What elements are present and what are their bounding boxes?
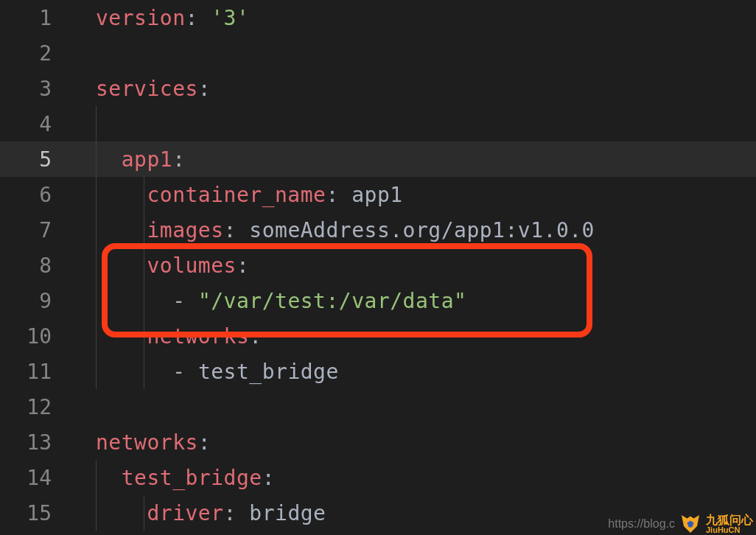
token — [96, 324, 147, 349]
code-line[interactable]: 14 test_bridge: — [0, 460, 756, 495]
token: version — [96, 6, 186, 30]
token — [96, 360, 172, 384]
code-line[interactable]: 1version: '3' — [0, 0, 756, 35]
token — [96, 466, 122, 490]
token — [96, 253, 147, 278]
code-content[interactable]: services: — [74, 71, 211, 106]
code-content[interactable]: images: someAddress.org/app1:v1.0.0 — [74, 212, 595, 248]
line-number[interactable]: 1 — [0, 6, 74, 30]
token: - — [172, 360, 198, 384]
watermark: https://blog.c 九狐问心 JiuHuCN — [608, 513, 753, 535]
token: : — [262, 466, 275, 490]
token: - — [172, 289, 198, 313]
code-content[interactable]: container_name: app1 — [74, 177, 403, 212]
token: app1 — [122, 147, 172, 172]
code-content[interactable]: - test_bridge — [74, 354, 339, 389]
token: "/var/test:/var/data" — [198, 289, 467, 313]
token — [96, 183, 147, 207]
code-content[interactable]: test_bridge: — [74, 460, 275, 495]
code-content[interactable] — [74, 35, 96, 71]
token: : — [237, 253, 249, 278]
code-line[interactable]: 7 images: someAddress.org/app1:v1.0.0 — [0, 212, 756, 248]
token: test_bridge — [198, 360, 339, 384]
token: volumes — [147, 253, 237, 278]
line-number[interactable]: 3 — [0, 77, 74, 101]
line-number[interactable]: 2 — [0, 41, 74, 66]
token — [96, 218, 147, 242]
watermark-text: 九狐问心 JiuHuCN — [706, 514, 753, 534]
code-content[interactable] — [74, 389, 96, 424]
watermark-en: JiuHuCN — [706, 526, 753, 534]
code-content[interactable]: version: '3' — [74, 0, 249, 35]
code-line[interactable]: 10 networks: — [0, 318, 756, 354]
code-editor[interactable]: 1version: '3'23services:45 app1:6 contai… — [0, 0, 756, 535]
token: app1 — [351, 183, 402, 207]
code-line[interactable]: 12 — [0, 389, 756, 424]
code-content[interactable] — [74, 106, 96, 141]
token: someAddress.org/app1:v1.0.0 — [249, 218, 595, 242]
code-line[interactable]: 8 volumes: — [0, 248, 756, 283]
code-content[interactable]: networks: — [74, 424, 211, 460]
token: '3' — [211, 6, 249, 30]
token: driver — [147, 501, 223, 525]
line-number[interactable]: 8 — [0, 253, 74, 278]
token: networks — [96, 430, 198, 455]
fox-icon — [679, 513, 701, 535]
token: : — [198, 77, 211, 101]
line-number[interactable]: 4 — [0, 112, 74, 136]
token: images — [147, 218, 223, 242]
code-content[interactable]: - "/var/test:/var/data" — [74, 283, 466, 318]
code-content[interactable]: networks: — [74, 318, 262, 354]
token: services — [96, 77, 198, 101]
code-line[interactable]: 2 — [0, 35, 756, 71]
code-line[interactable]: 4 — [0, 106, 756, 141]
line-number[interactable]: 15 — [0, 501, 74, 525]
token: : — [186, 6, 211, 30]
line-number[interactable]: 12 — [0, 395, 74, 419]
token: networks — [147, 324, 249, 349]
code-content[interactable]: app1: — [74, 141, 186, 177]
token: : — [224, 218, 250, 242]
code-line[interactable]: 13networks: — [0, 424, 756, 460]
line-number[interactable]: 14 — [0, 466, 74, 490]
line-number[interactable]: 9 — [0, 289, 74, 313]
indent-guide — [96, 106, 97, 141]
token — [96, 289, 172, 313]
line-number[interactable]: 13 — [0, 430, 74, 455]
code-line[interactable]: 3services: — [0, 71, 756, 106]
token: : — [172, 147, 185, 172]
token — [96, 147, 122, 172]
token: : — [326, 183, 351, 207]
line-number[interactable]: 7 — [0, 218, 74, 242]
code-line[interactable]: 5 app1: — [0, 141, 756, 177]
code-content[interactable]: volumes: — [74, 248, 249, 283]
token: : — [198, 430, 211, 455]
token: : — [224, 501, 250, 525]
line-number[interactable]: 6 — [0, 183, 74, 207]
token — [96, 501, 147, 525]
line-number[interactable]: 10 — [0, 324, 74, 349]
code-line[interactable]: 6 container_name: app1 — [0, 177, 756, 212]
token: : — [249, 324, 262, 349]
code-line[interactable]: 9 - "/var/test:/var/data" — [0, 283, 756, 318]
line-number[interactable]: 5 — [0, 147, 74, 172]
token: container_name — [147, 183, 326, 207]
line-number[interactable]: 11 — [0, 360, 74, 384]
watermark-url: https://blog.c — [608, 517, 675, 531]
code-content[interactable]: driver: bridge — [74, 495, 326, 531]
token: bridge — [249, 501, 326, 525]
watermark-cn: 九狐问心 — [706, 514, 753, 526]
code-line[interactable]: 11 - test_bridge — [0, 354, 756, 389]
token: test_bridge — [122, 466, 262, 490]
